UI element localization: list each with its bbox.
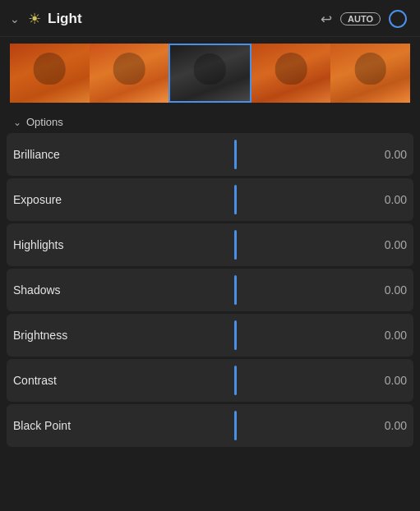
slider-indicator-brightness <box>234 320 237 350</box>
options-header[interactable]: ⌄ Options <box>0 109 420 133</box>
slider-label-contrast: Contrast <box>13 374 104 387</box>
panel-title: Light <box>48 11 314 27</box>
slider-row-exposure[interactable]: Exposure 0.00 <box>7 178 413 221</box>
header-actions: ↩ AUTO <box>321 10 407 28</box>
slider-track-shadows[interactable] <box>104 269 367 311</box>
circle-toggle-icon[interactable] <box>389 10 407 28</box>
slider-value-shadows: 0.00 <box>367 283 407 297</box>
slider-value-brilliance: 0.00 <box>367 148 407 161</box>
slider-indicator-highlights <box>234 230 237 260</box>
options-label: Options <box>26 116 63 128</box>
panel-header: ⌄ ☀ Light ↩ AUTO <box>0 0 420 37</box>
thumbnail-2[interactable] <box>90 44 169 103</box>
slider-row-contrast[interactable]: Contrast 0.00 <box>7 359 413 402</box>
slider-row-shadows[interactable]: Shadows 0.00 <box>7 269 413 311</box>
light-panel: ⌄ ☀ Light ↩ AUTO ⌄ Options B <box>0 0 420 511</box>
thumbnail-4[interactable] <box>252 44 331 103</box>
slider-label-brilliance: Brilliance <box>13 148 104 161</box>
slider-value-contrast: 0.00 <box>367 374 407 387</box>
slider-label-exposure: Exposure <box>13 193 104 206</box>
slider-track-black-point[interactable] <box>104 404 367 447</box>
sun-icon: ☀ <box>28 10 41 28</box>
slider-row-black-point[interactable]: Black Point 0.00 <box>7 404 413 447</box>
slider-row-brightness[interactable]: Brightness 0.00 <box>7 314 413 357</box>
slider-row-brilliance[interactable]: Brilliance 0.00 <box>7 133 413 176</box>
slider-indicator-black-point <box>234 411 237 440</box>
slider-track-exposure[interactable] <box>104 178 367 221</box>
slider-value-brightness: 0.00 <box>367 329 407 342</box>
undo-icon[interactable]: ↩ <box>321 11 332 28</box>
thumbnail-3-selected[interactable] <box>168 44 252 103</box>
slider-track-contrast[interactable] <box>104 359 367 402</box>
slider-indicator-contrast <box>234 366 237 395</box>
slider-track-brilliance[interactable] <box>104 133 367 176</box>
slider-row-highlights[interactable]: Highlights 0.00 <box>7 223 413 266</box>
options-collapse-icon: ⌄ <box>13 117 21 128</box>
slider-track-brightness[interactable] <box>104 314 367 357</box>
slider-value-highlights: 0.00 <box>367 238 407 251</box>
slider-label-shadows: Shadows <box>13 283 104 297</box>
slider-indicator-brilliance <box>234 140 237 169</box>
slider-label-black-point: Black Point <box>13 419 104 432</box>
thumbnails-strip <box>0 37 420 109</box>
sliders-list: Brilliance 0.00 Exposure 0.00 Highlights… <box>0 133 420 511</box>
slider-track-highlights[interactable] <box>104 223 367 266</box>
auto-button[interactable]: AUTO <box>340 12 381 25</box>
thumbnail-5[interactable] <box>330 44 410 103</box>
slider-indicator-shadows <box>234 275 237 305</box>
thumbnail-1[interactable] <box>10 44 90 103</box>
slider-indicator-exposure <box>234 185 237 214</box>
slider-label-brightness: Brightness <box>13 329 104 342</box>
slider-value-black-point: 0.00 <box>367 419 407 432</box>
collapse-icon[interactable]: ⌄ <box>10 12 20 25</box>
slider-label-highlights: Highlights <box>13 238 104 251</box>
slider-value-exposure: 0.00 <box>367 193 407 206</box>
